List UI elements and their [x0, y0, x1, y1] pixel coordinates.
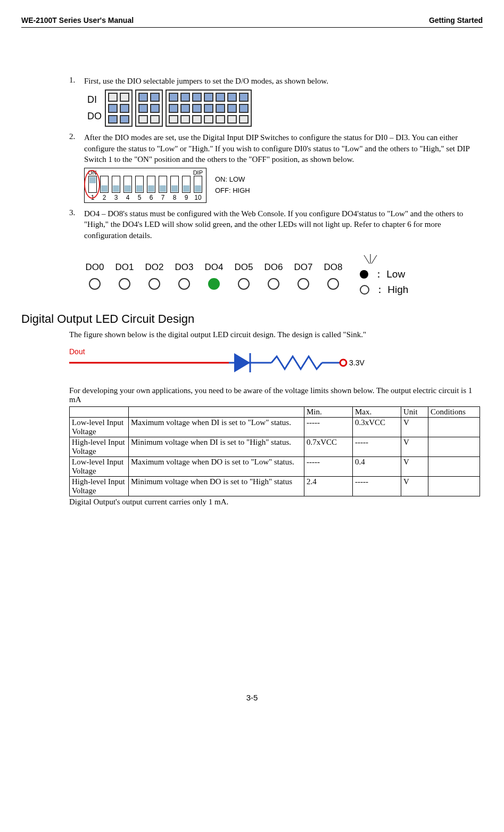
jumper-pin	[120, 93, 129, 102]
jumper-pin	[169, 93, 178, 102]
dip-num: 9	[185, 194, 188, 201]
jumper-pin	[204, 104, 213, 113]
td: -----	[353, 437, 401, 456]
diode-icon	[234, 353, 250, 372]
do-label: DO1	[115, 262, 134, 273]
th: Min.	[304, 406, 353, 417]
td: Minimum voltage when DO is set to "High"…	[129, 476, 304, 496]
para-voltage-limits: For developing your own applications, yo…	[69, 386, 480, 404]
legend-low: Low	[386, 268, 405, 280]
td: High-level Input Voltage	[70, 476, 129, 496]
page-header: WE-2100T Series User's Manual Getting St…	[21, 16, 483, 28]
table-row: High-level Input Voltage Minimum voltage…	[70, 476, 480, 496]
step-2: 2. After the DIO modes are set, use the …	[69, 132, 480, 165]
dip-switch-9: 9	[180, 176, 192, 201]
jumper-pin	[216, 104, 225, 113]
dip-switch-4: 4	[122, 176, 134, 201]
th: Conditions	[428, 406, 480, 417]
td: -----	[304, 456, 353, 476]
dip-switch-diagram: ON DIP 1 2 3 4 5 6 7 8 9 10 ON:	[84, 168, 480, 203]
legend-sep: ：	[374, 267, 384, 281]
dip-switch-6: 6	[145, 176, 157, 201]
jumper-pin	[192, 115, 202, 124]
jumper-pin	[204, 93, 213, 102]
dip-num: 10	[194, 194, 201, 201]
dip-legend-off: OFF: HIGH	[215, 185, 250, 197]
para-output-current: Digital Output's output current carries …	[69, 497, 480, 507]
label-do: DO	[87, 111, 102, 122]
table-row: High-level Input Voltage Minimum voltage…	[70, 437, 480, 456]
led-off-icon	[89, 278, 101, 290]
td: -----	[353, 476, 401, 496]
td: V	[401, 476, 428, 496]
dip-num: 5	[138, 194, 142, 201]
jumper-pin	[169, 115, 178, 124]
td: 0.7xVCC	[304, 437, 353, 456]
led-on-icon	[208, 278, 220, 290]
resistor-icon	[271, 356, 322, 369]
dip-legend-on: ON: LOW	[215, 174, 250, 185]
jumper-pin	[108, 115, 118, 124]
jumper-pin	[108, 104, 118, 113]
do-label: DO6	[265, 262, 283, 273]
para-circuit-intro: The figure shown below is the digital ou…	[69, 330, 480, 339]
led-off-icon	[148, 278, 160, 290]
do-label: DO5	[235, 262, 253, 273]
td	[428, 417, 480, 437]
td: Maximum voltage when DO is set to "Low" …	[129, 456, 304, 476]
jumper-group-3	[166, 89, 252, 127]
dido-jumper-diagram: DI DO	[84, 89, 480, 127]
td: -----	[304, 417, 353, 437]
td	[428, 437, 480, 456]
jumper-pin	[239, 104, 249, 113]
table-row: Low-level Input Voltage Maximum voltage …	[70, 417, 480, 437]
jumper-pin	[227, 93, 237, 102]
header-left: WE-2100T Series User's Manual	[21, 16, 134, 25]
header-right: Getting Started	[429, 16, 483, 25]
dip-num: 8	[173, 194, 177, 201]
jumper-pin	[204, 115, 213, 124]
jumper-pin	[180, 104, 190, 113]
dip-num: 7	[161, 194, 165, 201]
do-label: DO4	[205, 262, 224, 273]
step-3-text: DO4 – DO8's status must be configured wi…	[84, 208, 480, 241]
v33-label: 3.3V	[349, 358, 365, 367]
table-header-row: Min. Max. Unit Conditions	[70, 406, 480, 417]
jumper-pin	[227, 104, 237, 113]
jumper-pin	[216, 93, 225, 102]
td	[428, 476, 480, 496]
filled-circle-icon	[360, 270, 368, 279]
td: V	[401, 456, 428, 476]
step-1-number: 1.	[69, 76, 84, 86]
do-label: DO7	[294, 262, 313, 273]
dip-switch-7: 7	[157, 176, 169, 201]
td: Minimum voltage when DI is set to "High"…	[129, 437, 304, 456]
td: Low-level Input Voltage	[70, 417, 129, 437]
step-3-number: 3.	[69, 208, 84, 241]
jumper-pin	[108, 93, 118, 102]
td: Maximum voltage when DI is set to "Low" …	[129, 417, 304, 437]
do-label: DO3	[175, 262, 194, 273]
jumper-pin	[138, 115, 148, 124]
jumper-pin	[138, 93, 148, 102]
td: V	[401, 437, 428, 456]
jumper-pin	[239, 115, 249, 124]
th: Max.	[353, 406, 401, 417]
legend-sep: ：	[375, 283, 385, 297]
highlight-circle-icon	[84, 170, 100, 199]
dout-label: Dout	[69, 347, 85, 356]
td: High-level Input Voltage	[70, 437, 129, 456]
th: Unit	[401, 406, 428, 417]
step-3: 3. DO4 – DO8's status must be configured…	[69, 208, 480, 241]
led-off-icon	[119, 278, 130, 290]
step-2-text: After the DIO modes are set, use the Dig…	[84, 132, 480, 165]
svg-line-0	[364, 255, 369, 264]
step-1: 1. First, use the DIO selectable jumpers…	[69, 76, 480, 86]
dip-switch-10: 10	[192, 176, 204, 201]
jumper-pin	[150, 115, 160, 124]
dip-num: 6	[150, 194, 153, 201]
led-off-icon	[298, 278, 309, 290]
dip-num: 3	[114, 194, 118, 201]
jumper-pin	[169, 104, 178, 113]
th	[129, 406, 304, 417]
